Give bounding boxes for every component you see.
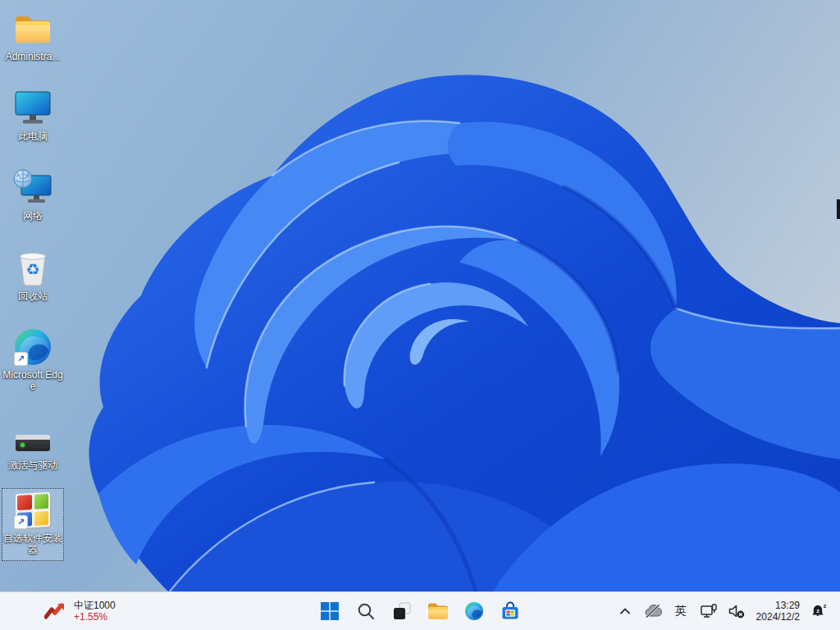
four-color-window-icon: ↗ [13, 491, 52, 530]
windows-logo-icon [321, 602, 339, 620]
edge-icon: ↗ [13, 327, 52, 367]
svg-text:z: z [816, 607, 819, 614]
microsoft-store-button[interactable] [494, 595, 527, 628]
file-explorer-button[interactable] [422, 595, 454, 628]
taskbar: 中证1000 +1.55% [0, 591, 840, 630]
search-icon [357, 602, 375, 620]
recycle-bin-icon: ♻ [13, 249, 52, 288]
stock-trend-icon [44, 601, 66, 621]
file-explorer-icon [427, 602, 449, 620]
taskbar-center [313, 592, 527, 630]
stock-index-name: 中证1000 [74, 600, 116, 611]
shortcut-arrow-icon: ↗ [14, 352, 28, 366]
cloud-off-icon [644, 603, 662, 619]
ime-mode-label: 英 [670, 604, 692, 619]
clock-button[interactable]: 13:29 2024/12/2 [751, 595, 806, 628]
system-tray: 英 13:29 2024/12/2 [611, 592, 840, 630]
desktop-icon-software-installer[interactable]: ↗ 自选软件安装器 [2, 488, 64, 561]
desktop-surface[interactable]: Administra... 此电脑 [0, 0, 840, 592]
desktop-icon-label: Microsoft Edge [2, 369, 63, 392]
bloom-wallpaper [0, 0, 840, 592]
notification-center-button[interactable]: z z [806, 595, 833, 628]
bell-dnd-icon: z z [810, 602, 829, 620]
start-button[interactable] [313, 595, 346, 628]
tray-time: 13:29 [775, 600, 800, 611]
chevron-up-icon [618, 604, 632, 619]
microsoft-store-icon [500, 601, 520, 621]
desktop-icon-administrator[interactable]: Administra... [2, 7, 64, 65]
svg-text:z: z [824, 603, 827, 609]
desktop-icon-label: 激活与驱动 [8, 459, 57, 471]
desktop-icon-network[interactable]: 网络 [2, 166, 64, 224]
desktop-icon-microsoft-edge[interactable]: ↗ Microsoft Edge [2, 325, 64, 395]
search-button[interactable] [349, 595, 382, 628]
task-view-button[interactable] [386, 595, 418, 628]
network-button[interactable] [695, 595, 723, 628]
hidden-icons-button[interactable] [611, 595, 639, 628]
desktop-icon-recycle-bin[interactable]: ♻ 回收站 [2, 246, 64, 304]
tray-date: 2024/12/2 [756, 611, 800, 623]
onedrive-status-button[interactable] [639, 595, 667, 628]
edge-icon [464, 601, 484, 621]
stock-widget-button[interactable]: 中证1000 +1.55% [0, 592, 127, 630]
desktop-icon-label: 自选软件安装器 [2, 532, 63, 555]
desktop-icon-activation-drivers[interactable]: 激活与驱动 [2, 415, 64, 473]
monitor-icon [13, 89, 52, 128]
stock-index-change: +1.55% [74, 611, 116, 623]
task-view-icon [392, 601, 412, 621]
network-globe-icon [13, 168, 52, 208]
desktop-icon-label: 网络 [23, 210, 43, 221]
screen-edge-window-sliver [837, 199, 840, 219]
ime-mode-button[interactable]: 英 [667, 595, 695, 628]
desktop-icon-label: 回收站 [18, 290, 48, 302]
external-drive-icon [13, 418, 52, 457]
ethernet-monitor-icon [700, 603, 718, 619]
folder-icon [13, 9, 52, 48]
desktop-icon-this-pc[interactable]: 此电脑 [2, 86, 64, 144]
desktop-icon-label: Administra... [6, 51, 61, 62]
recycle-glyph: ♻ [25, 261, 39, 278]
edge-taskbar-button[interactable] [458, 595, 491, 628]
desktop-icon-label: 此电脑 [18, 130, 48, 142]
volume-mute-icon [728, 603, 746, 619]
shortcut-arrow-icon: ↗ [14, 515, 28, 529]
volume-button[interactable] [723, 595, 751, 628]
